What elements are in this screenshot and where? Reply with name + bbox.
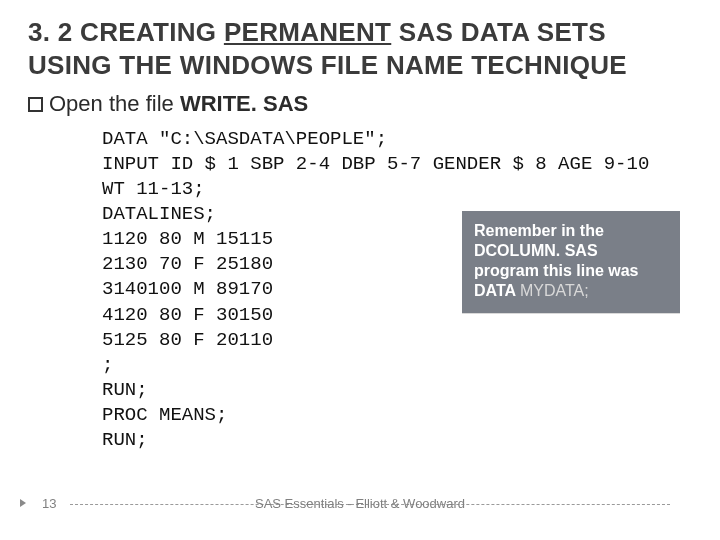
callout-line4a: DATA <box>474 282 520 299</box>
square-bullet-icon <box>28 97 43 112</box>
callout-line4b: MYDATA; <box>520 282 589 299</box>
bullet-text: Open the file WRITE. SAS <box>49 91 308 117</box>
callout-line1: Remember in the <box>474 222 604 239</box>
bullet-filename: WRITE. SAS <box>180 91 308 116</box>
slide: 3. 2 CREATING PERMANENT SAS DATA SETS US… <box>0 0 720 540</box>
slide-title: 3. 2 CREATING PERMANENT SAS DATA SETS US… <box>28 16 692 81</box>
bullet-row: Open the file WRITE. SAS <box>28 91 692 117</box>
bullet-lead: Open the file <box>49 91 180 116</box>
footer: 13 SAS Essentials - Elliott & Woodward <box>0 504 720 526</box>
footer-credits: SAS Essentials - Elliott & Woodward <box>0 496 720 511</box>
callout-line2: DCOLUMN. SAS <box>474 242 598 259</box>
callout-line3: program this line was <box>474 262 638 279</box>
title-prefix: 3. 2 CREATING <box>28 17 224 47</box>
callout-box: Remember in the DCOLUMN. SAS program thi… <box>462 211 680 313</box>
title-underlined: PERMANENT <box>224 17 391 47</box>
